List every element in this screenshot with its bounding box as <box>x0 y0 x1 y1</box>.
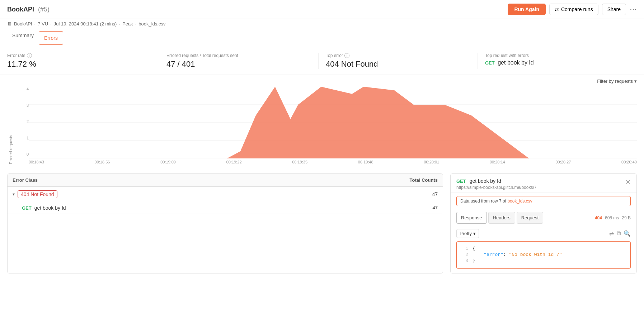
app-title: BookAPI (#5) <box>7 6 50 13</box>
x-tick-6: 00:20:01 <box>424 160 439 164</box>
table-header: Error Class Total Counts <box>8 174 443 187</box>
subheader-peak: Peak <box>122 21 133 27</box>
filter-icon[interactable]: ⇌ <box>609 230 614 237</box>
y-tick-0: 0 <box>14 152 29 156</box>
x-tick-7: 00:20:14 <box>490 160 505 164</box>
x-tick-9: 00:20:40 <box>621 160 637 164</box>
subheader-dot1: · <box>34 21 36 27</box>
resp-status: 404 <box>595 215 602 220</box>
stat-error-rate: Error rate i 11.72 % <box>7 53 159 69</box>
tab-summary[interactable]: Summary <box>7 29 39 47</box>
subheader-dot4: · <box>135 21 137 27</box>
more-button[interactable]: ⋯ <box>630 5 637 14</box>
col1-header: Error Class <box>13 177 38 183</box>
x-tick-5: 00:19:48 <box>358 160 373 164</box>
detail-endpoint: get book by Id <box>470 178 501 184</box>
x-tick-3: 00:19:22 <box>226 160 242 164</box>
error-class-cell: ▾ 404 Not Found <box>13 190 57 198</box>
chart-inner: 00:18:43 00:18:56 00:19:09 00:19:22 00:1… <box>29 87 637 164</box>
col2-header: Total Counts <box>410 177 438 183</box>
copy-icon[interactable]: ⧉ <box>617 230 621 237</box>
error-class-name: 404 Not Found <box>18 190 57 198</box>
code-line-2: 2 "error": "No book with id 7" <box>462 252 625 257</box>
stat-top-error: Top error i 404 Not Found <box>326 53 478 69</box>
tab-response[interactable]: Response <box>456 212 487 224</box>
subheader-icon: 🖥 <box>7 21 12 27</box>
expand-icon: ▾ <box>13 192 15 197</box>
subheader-dot2: · <box>50 21 52 27</box>
filter-label: Filter by requests <box>597 78 633 84</box>
compare-icon: ⇄ <box>555 6 559 12</box>
close-icon[interactable]: ✕ <box>625 178 631 186</box>
app-header: BookAPI (#5) Run Again ⇄ Compare runs Sh… <box>0 0 644 19</box>
header-left: BookAPI (#5) <box>7 6 50 13</box>
y-axis-label: Errored requests <box>7 87 14 164</box>
y-tick-3: 3 <box>14 103 29 108</box>
info-icon-top-error[interactable]: i <box>344 53 349 58</box>
get-tag-sub: GET <box>22 205 32 211</box>
stat-errored-value: 47 / 401 <box>166 59 311 69</box>
y-tick-2: 2 <box>14 119 29 124</box>
subheader-date: Jul 19, 2024 00:18:41 (2 mins) <box>54 21 117 27</box>
code-block-bordered: 1 { 2 "error": "No book with id 7" 3 } <box>456 241 631 269</box>
run-number: (#5) <box>38 6 50 13</box>
pretty-select[interactable]: Pretty ▾ <box>456 229 479 238</box>
get-tag: GET <box>485 60 495 66</box>
sub-row-name: get book by Id <box>34 205 66 211</box>
info-icon-error-rate[interactable]: i <box>27 53 32 58</box>
stat-top-request: Top request with errors GET get book by … <box>485 53 637 69</box>
stat-errored-label: Errored requests / Total requests sent <box>166 53 311 58</box>
detail-header: GET get book by Id https://simple-books-… <box>451 174 636 192</box>
x-tick-0: 00:18:43 <box>29 160 44 164</box>
stat-top-request-value: GET get book by Id <box>485 59 630 66</box>
x-axis: 00:18:43 00:18:56 00:19:09 00:19:22 00:1… <box>29 158 637 164</box>
filter-by-requests-button[interactable]: Filter by requests ▾ <box>597 78 637 84</box>
chart-area: Filter by requests ▾ Errored requests 4 … <box>0 75 644 164</box>
compare-button[interactable]: ⇄ Compare runs <box>549 4 598 15</box>
chevron-down-icon: ▾ <box>634 78 637 84</box>
bottom-section: Error Class Total Counts ▾ 404 Not Found… <box>0 168 644 279</box>
detail-method: GET <box>456 178 466 184</box>
subheader-dot3: · <box>119 21 120 27</box>
error-row-404[interactable]: ▾ 404 Not Found 47 <box>8 187 443 202</box>
search-icon[interactable]: 🔍 <box>624 230 631 237</box>
resp-tab-group: Response Headers Request <box>456 210 545 226</box>
share-button[interactable]: Share <box>602 4 626 15</box>
subheader-file: book_lds.csv <box>138 21 165 27</box>
sub-row-label: GET get book by Id <box>22 205 66 211</box>
code-line-1: 1 { <box>462 246 625 251</box>
resp-time: 608 ms <box>605 215 619 220</box>
sub-row-get[interactable]: GET get book by Id 47 <box>8 202 443 214</box>
resp-meta: 404 608 ms 29 B <box>595 215 631 220</box>
x-tick-2: 00:19:09 <box>160 160 176 164</box>
subheader-vu: 7 VU <box>38 21 48 27</box>
stat-error-rate-label: Error rate i <box>7 53 152 58</box>
stat-error-rate-value: 11.72 % <box>7 59 152 69</box>
tab-request[interactable]: Request <box>517 212 543 224</box>
x-tick-8: 00:20:27 <box>556 160 571 164</box>
compare-label: Compare runs <box>561 6 593 12</box>
stats-row: Error rate i 11.72 % Errored requests / … <box>0 47 644 75</box>
stat-top-request-label: Top request with errors <box>485 53 630 58</box>
x-tick-4: 00:19:35 <box>292 160 307 164</box>
data-file-link[interactable]: book_lds.csv <box>507 199 532 204</box>
y-tick-4: 4 <box>14 87 29 91</box>
stat-top-error-value: 404 Not Found <box>326 59 470 69</box>
subheader-name: BookAPI <box>14 21 32 27</box>
subheader: 🖥 BookAPI · 7 VU · Jul 19, 2024 00:18:41… <box>0 19 644 29</box>
tab-errors[interactable]: Errors <box>39 31 63 45</box>
detail-panel: GET get book by Id https://simple-books-… <box>450 173 637 273</box>
detail-url: https://simple-books-api.glitch.me/books… <box>456 185 536 190</box>
code-block: 1 { 2 "error": "No book with id 7" 3 } <box>457 242 630 268</box>
sub-row-count: 47 <box>433 205 438 211</box>
tab-headers[interactable]: Headers <box>488 212 515 224</box>
app-name: BookAPI <box>7 6 34 13</box>
code-line-3: 3 } <box>462 258 625 263</box>
format-label: Pretty <box>460 231 472 236</box>
chevron-down-icon: ▾ <box>473 231 476 236</box>
stat-errored-requests: Errored requests / Total requests sent 4… <box>166 53 319 69</box>
stat-top-error-label: Top error i <box>326 53 470 58</box>
detail-title-area: GET get book by Id https://simple-books-… <box>456 178 536 190</box>
format-bar: Pretty ▾ ⇌ ⧉ 🔍 <box>451 226 636 241</box>
run-again-button[interactable]: Run Again <box>508 4 545 15</box>
